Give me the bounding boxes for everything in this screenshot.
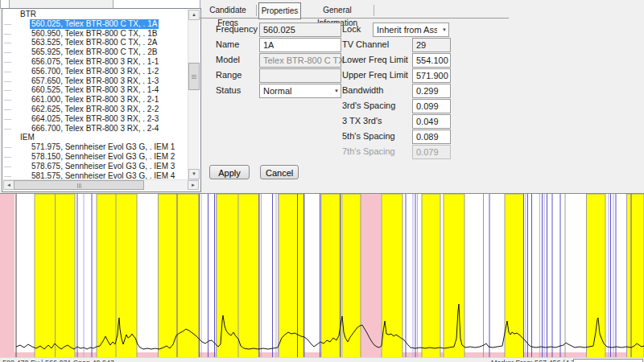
tree-item-label: 656.700, Telex BTR-800 3 RX, . 1-2 [30, 67, 160, 76]
tree-item-label: IEM [19, 133, 36, 142]
tree-item[interactable]: —560.025, Telex BTR-800 C TX, . 1A [2, 19, 188, 29]
tree-item-label: 578.150, Sennheiser Evol G3 G, . IEM 2 [30, 152, 176, 162]
tree-item-label: 560.950, Telex BTR-800 C TX, . 1B [30, 29, 159, 39]
tree-branch-icon: — [4, 19, 11, 29]
field-label-frequency: Frequency [216, 24, 258, 34]
exclusion-band [361, 194, 382, 358]
cancel-button[interactable]: Cancel [260, 165, 299, 179]
vertical-scroll-thumb[interactable] [188, 63, 200, 90]
thumb-grip-icon [79, 183, 80, 188]
tree-item[interactable]: —656.700, Telex BTR-800 3 RX, . 1-2 [2, 67, 188, 76]
tree-item-label: 661.000, Telex BTR-800 3 RX, . 2-1 [30, 95, 160, 105]
tree-item-label: 578.675, Sennheiser Evol G3 G, . IEM 3 [30, 162, 176, 171]
field-value-frequency: 560.025 [263, 23, 295, 36]
field-name[interactable]: 1A [259, 38, 341, 52]
tree-item[interactable]: —560.950, Telex BTR-800 C TX, . 1B [2, 29, 188, 39]
statusbar-input-box[interactable] [573, 359, 643, 362]
tree-branch-icon: — [4, 47, 11, 57]
field-value-status: Normal [263, 84, 329, 97]
tree-item[interactable]: —661.000, Telex BTR-800 3 RX, . 2-1 [2, 95, 188, 105]
field-value-name: 1A [263, 39, 274, 51]
tree-branch-icon: — [4, 105, 11, 114]
tree-item-label: 656.075, Telex BTR-800 3 RX, . 1-1 [30, 57, 160, 67]
tree-item[interactable]: —565.925, Telex BTR-800 C TX, . 2B [2, 47, 188, 57]
tree-item[interactable]: —578.150, Sennheiser Evol G3 G, . IEM 2 [2, 152, 188, 162]
tree-item-label: 657.650, Telex BTR-800 3 RX, . 1-3 [30, 76, 160, 86]
field-upper-freq-limit[interactable]: 571.900 [412, 68, 451, 83]
tree-item[interactable]: —578.675, Sennheiser Evol G3 G, . IEM 3 [2, 162, 188, 171]
tree-branch-icon: — [4, 142, 11, 152]
tree-item-label: BTR [19, 10, 38, 19]
tree-item[interactable]: —662.625, Telex BTR-800 3 RX, . 2-2 [2, 105, 188, 114]
tree-item-label: 563.525, Telex BTR-800 C TX, . 2A [30, 38, 159, 47]
field-bandwidth[interactable]: 0.299 [412, 84, 451, 98]
tv-channel-band [627, 194, 644, 358]
tree-branch-icon: — [4, 124, 11, 134]
tree-item-label: 666.700, Telex BTR-800 3 RX, . 2-4 [30, 124, 160, 134]
tree-branch-icon: — [4, 38, 11, 47]
statusbar-marker-text: Marker Freq: 567.456 (4.78) [491, 359, 582, 362]
tree-group-header[interactable]: BTR [2, 10, 188, 19]
field-model[interactable]: Telex BTR-800 C TX [259, 53, 341, 68]
tv-channel-band [444, 194, 464, 358]
tree-item[interactable]: —666.700, Telex BTR-800 3 RX, . 2-4 [2, 124, 188, 134]
tree-item[interactable]: —563.525, Telex BTR-800 C TX, . 2A [2, 38, 188, 47]
field-value-3rds-spacing: 0.099 [416, 100, 439, 113]
field-label-range: Range [216, 70, 242, 80]
field-label-lower-freq-limit: Lower Freq Limit [342, 55, 408, 64]
tv-channel-band [422, 194, 440, 358]
field-status[interactable]: Normal▼ [259, 84, 341, 98]
tree-branch-icon: — [4, 29, 11, 39]
scroll-up-button[interactable]: ▲ [188, 10, 200, 20]
scroll-right-button[interactable]: ► [188, 180, 199, 190]
dropdown-arrow-icon[interactable]: ▼ [334, 84, 339, 97]
tree-branch-icon: — [4, 57, 11, 67]
tree-horizontal-scrollbar[interactable]: ◄ ► [3, 179, 199, 191]
properties-form: Frequency560.025Name1AModelTelex BTR-800… [200, 0, 644, 193]
field-label-5ths-spacing: 5th's Spacing [342, 131, 395, 141]
tree-item-label: 565.925, Telex BTR-800 C TX, . 2B [30, 47, 159, 57]
field-tv-channel[interactable]: 29 [412, 38, 451, 52]
tree-branch-icon: — [4, 76, 11, 86]
tab-strip-underline [200, 18, 509, 19]
exclusion-band [0, 194, 14, 358]
field-value-upper-freq-limit: 571.900 [416, 69, 448, 82]
field-5ths-spacing[interactable]: 0.089 [412, 130, 451, 144]
tree-item-label: 664.025, Telex BTR-800 3 RX, . 2-3 [30, 114, 160, 124]
tv-channel-band [97, 194, 137, 358]
tree-item[interactable]: —571.975, Sennheiser Evol G3 G, . IEM 1 [2, 142, 188, 152]
field-value-bandwidth: 0.299 [416, 84, 439, 97]
field-frequency[interactable]: 560.025 [259, 23, 341, 37]
field-value-lower-freq-limit: 554.100 [416, 54, 448, 67]
field-label-tv-channel: TV Channel [342, 39, 389, 49]
tv-channel-band [279, 194, 304, 358]
tree-item[interactable]: —656.075, Telex BTR-800 3 RX, . 1-1 [2, 57, 188, 67]
field-3tx-3rds[interactable]: 0.049 [412, 114, 451, 129]
field-label-name: Name [216, 39, 239, 49]
tree-list: BTR—560.025, Telex BTR-800 C TX, . 1A—56… [2, 9, 188, 189]
field-value-tv-channel: 29 [416, 39, 426, 51]
apply-button[interactable]: Apply [209, 165, 250, 179]
statusbar-left-text: 580.470 Ev | 566.031 Span 49.943 [2, 359, 114, 362]
tree-vertical-scrollbar[interactable]: ▲ ▼ [188, 10, 200, 179]
field-3rds-spacing[interactable]: 0.099 [412, 99, 451, 113]
tree-item[interactable]: —660.525, Telex BTR-800 3 RX, . 1-4 [2, 85, 188, 95]
tree-branch-icon: — [4, 152, 11, 162]
spectrum-svg [0, 194, 644, 358]
horizontal-scroll-thumb[interactable] [14, 180, 144, 190]
dropdown-arrow-icon[interactable]: ▼ [442, 23, 447, 36]
tab-properties[interactable]: Properties [258, 2, 301, 19]
field-lower-freq-limit[interactable]: 554.100 [412, 53, 451, 68]
spectrum-chart[interactable] [0, 193, 644, 358]
tree-branch-icon: — [4, 114, 11, 124]
field-lock[interactable]: Inherit from Assignmen▼ [373, 23, 449, 37]
tree-item[interactable]: —664.025, Telex BTR-800 3 RX, . 2-3 [2, 114, 188, 124]
field-label-3rds-spacing: 3rd's Spacing [342, 101, 395, 110]
field-value-7ths-spacing: 0.079 [416, 146, 439, 158]
field-label-lock: Lock [342, 24, 361, 34]
scroll-left-button[interactable]: ◄ [3, 180, 14, 190]
tree-group-header[interactable]: IEM [2, 133, 188, 142]
scroll-down-button[interactable]: ▼ [188, 169, 200, 179]
tree-item[interactable]: —657.650, Telex BTR-800 3 RX, . 1-3 [2, 76, 188, 86]
field-range[interactable] [259, 68, 341, 83]
